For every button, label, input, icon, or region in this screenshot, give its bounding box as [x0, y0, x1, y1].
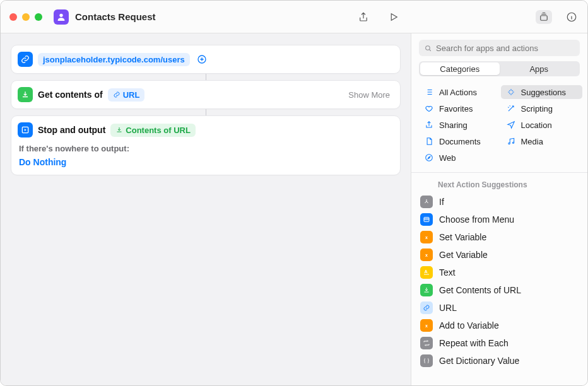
category-documents[interactable]: Documents [419, 134, 501, 148]
safari-icon [424, 153, 434, 163]
download-icon [18, 87, 33, 102]
shortcut-icon [54, 9, 69, 25]
share-icon[interactable] [356, 10, 370, 24]
divider [411, 172, 587, 173]
library-sidebar: Categories Apps All ActionsSuggestionsFa… [411, 33, 587, 385]
connector [206, 74, 206, 80]
nav-icon [506, 120, 516, 130]
close-window[interactable] [9, 13, 17, 21]
suggestion-item[interactable]: URL [416, 299, 582, 317]
category-sharing[interactable]: Sharing [419, 118, 501, 132]
heart-icon [424, 103, 434, 114]
info-icon[interactable] [565, 10, 579, 24]
category-web[interactable]: Web [419, 151, 501, 165]
suggestion-item[interactable]: xSet Variable [416, 228, 582, 246]
suggestion-item[interactable]: If [416, 193, 582, 211]
suggestion-item[interactable]: xGet Variable [416, 246, 582, 264]
action-output-card[interactable]: Stop and output Contents of URL If there… [11, 115, 401, 175]
svg-text:x: x [425, 253, 428, 257]
tab-categories[interactable]: Categories [420, 62, 500, 75]
suggestion-item[interactable]: Text [416, 264, 582, 281]
toolbar-actions [356, 10, 401, 24]
share-icon [424, 120, 434, 130]
action-get-contents-card[interactable]: Get contents of URL Show More [11, 80, 401, 109]
add-url-icon[interactable] [195, 52, 209, 66]
category-scripting[interactable]: Scripting [501, 102, 583, 115]
url-token[interactable]: jsonplaceholder.typicode.com/users [38, 53, 190, 66]
download-icon [420, 284, 433, 296]
search-input[interactable] [436, 44, 575, 53]
category-media[interactable]: Media [501, 134, 583, 148]
svg-point-6 [426, 155, 433, 161]
sparkle-icon [506, 87, 516, 97]
category-location[interactable]: Location [501, 118, 583, 132]
text-icon [420, 266, 433, 279]
toolbar-right [412, 10, 579, 24]
titlebar: Contacts Request [1, 1, 587, 33]
contents-variable-token[interactable]: Contents of URL [110, 124, 196, 137]
workflow-canvas[interactable]: jsonplaceholder.typicode.com/users Get c… [1, 33, 411, 385]
link-icon [420, 301, 433, 314]
shortcut-title[interactable]: Contacts Request [75, 11, 356, 22]
search-icon [424, 44, 432, 52]
menu-icon [420, 213, 433, 226]
run-icon[interactable] [387, 10, 401, 24]
suggestion-item[interactable]: Get Dictionary Value [416, 352, 582, 370]
suggestion-item[interactable]: Repeat with Each [416, 334, 582, 352]
search-field[interactable] [419, 40, 580, 56]
suggestion-item[interactable]: Choose from Menu [416, 211, 582, 228]
suggestion-item[interactable]: Get Contents of URL [416, 281, 582, 299]
music-icon [506, 136, 516, 146]
wand-icon [506, 103, 516, 114]
minimize-window[interactable] [22, 13, 30, 21]
action-label: Stop and output [38, 125, 105, 135]
url-variable-token[interactable]: URL [108, 88, 145, 102]
category-all[interactable]: All Actions [419, 85, 501, 99]
zoom-window[interactable] [35, 13, 42, 21]
category-favorites[interactable]: Favorites [419, 102, 501, 115]
library-toggle-icon[interactable] [536, 10, 552, 24]
svg-point-0 [59, 13, 62, 16]
repeat-icon [420, 337, 433, 349]
suggestion-item[interactable]: xAdd to Variable [416, 317, 582, 334]
tab-apps[interactable]: Apps [500, 62, 579, 75]
output-icon [18, 122, 33, 137]
app-window: Contacts Request [0, 0, 588, 386]
var-icon: x [420, 319, 433, 332]
category-suggestions[interactable]: Suggestions [501, 85, 583, 99]
output-fallback-label: If there's nowhere to output: [19, 144, 394, 153]
doc-icon [424, 136, 434, 146]
fallback-option[interactable]: Do Nothing [19, 157, 394, 167]
link-icon [18, 52, 33, 67]
suggestions-header: Next Action Suggestions [411, 174, 587, 193]
list-icon [424, 87, 434, 97]
action-url-card[interactable]: jsonplaceholder.typicode.com/users [11, 45, 401, 74]
svg-rect-1 [541, 15, 548, 20]
connector [206, 109, 206, 115]
category-grid: All ActionsSuggestionsFavoritesScripting… [411, 83, 587, 171]
branch-icon [420, 196, 433, 208]
var-icon: x [420, 231, 433, 243]
dict-icon [420, 354, 433, 367]
window-controls [9, 13, 42, 21]
suggestions-list: IfChoose from MenuxSet VariablexGet Vari… [411, 193, 587, 375]
svg-text:x: x [425, 324, 428, 328]
action-label: Get contents of [38, 90, 103, 100]
library-segmented-control[interactable]: Categories Apps [419, 61, 580, 76]
show-more-button[interactable]: Show More [348, 90, 394, 100]
svg-text:x: x [425, 235, 428, 240]
var-icon: x [420, 249, 433, 261]
svg-point-5 [426, 45, 430, 50]
